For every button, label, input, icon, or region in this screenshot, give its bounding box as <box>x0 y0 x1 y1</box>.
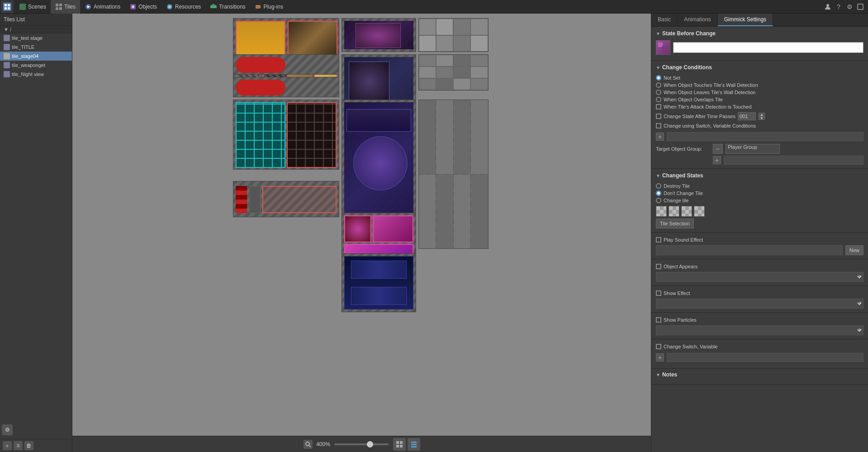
radio-dont-change-tile[interactable]: Don't Change Tile <box>656 190 863 197</box>
time-input[interactable] <box>738 112 756 120</box>
tab-basic[interactable]: Basic <box>651 14 678 26</box>
tile-preview-area <box>656 206 863 217</box>
checkbox-effect-label: Show Effect <box>664 290 690 296</box>
change-switch-section: Change Switch, Variable + <box>651 339 868 369</box>
checkbox-switch-variable[interactable]: Change using Switch, Variable Conditions <box>656 122 863 129</box>
collapse-toggle-2[interactable]: ▼ <box>656 65 660 70</box>
show-particles-dropdown-wrapper <box>656 324 863 335</box>
zoom-search-icon[interactable] <box>304 440 313 449</box>
spinner-down[interactable]: ▼ <box>759 116 765 120</box>
radio-overlaps-tile-label: When Object Overlaps Tile <box>664 97 723 102</box>
radio-leaves-wall-label: When Object Leaves Tile's Wall Detection <box>664 90 755 95</box>
svg-rect-19 <box>259 6 261 8</box>
new-sound-button[interactable]: New <box>845 245 863 255</box>
radio-destroy-circle <box>656 183 661 189</box>
collapse-toggle-notes[interactable]: ▼ <box>656 372 660 377</box>
checkbox-attack-detection[interactable]: When Tile's Attack Detection is Touched <box>656 103 863 110</box>
checkbox-change-switch[interactable]: Change Switch, Variable <box>656 343 863 350</box>
time-control: ▲ ▼ <box>738 112 765 120</box>
list-button[interactable]: ≡ <box>14 441 23 450</box>
svg-rect-1 <box>5 4 7 6</box>
tab-animations[interactable]: Animations <box>678 14 717 26</box>
sidebar-breadcrumb: ▼ / <box>0 26 72 33</box>
object-appears-dropdown[interactable] <box>656 272 863 282</box>
state-preview <box>656 40 863 55</box>
sidebar-item-tile-title[interactable]: tile_TITLE <box>0 43 72 52</box>
show-effect-section: Show Effect <box>651 286 868 313</box>
checkbox-switch-var-box <box>656 344 661 349</box>
checkbox-show-particles[interactable]: Show Particles <box>656 316 863 324</box>
zoom-level: 400% <box>315 441 332 447</box>
switch-input[interactable] <box>667 353 863 362</box>
person-icon[interactable] <box>824 3 832 11</box>
zoom-slider[interactable] <box>334 443 389 445</box>
sidebar-bottom-toolbar: ＋ ≡ 🗑 <box>0 439 72 452</box>
tab-scenes[interactable]: Scenes <box>14 0 51 14</box>
gear-icon-bottom[interactable]: ⚙ <box>2 424 13 435</box>
sound-row: New <box>656 245 863 255</box>
help-icon[interactable]: ? <box>835 3 843 11</box>
checkbox-attack-label: When Tile's Attack Detection is Touched <box>664 104 752 109</box>
radio-change-tile[interactable]: Change tile <box>656 197 863 204</box>
remove-group-button[interactable]: − <box>713 144 723 154</box>
add-switch-button[interactable]: + <box>656 353 664 362</box>
sidebar-item-tile-test-stage[interactable]: tile_test stage <box>0 33 72 43</box>
checkbox-play-sound[interactable]: Play Sound Effect <box>656 236 863 243</box>
group-input[interactable] <box>724 156 863 165</box>
radio-touches-wall-label: When Object Touches Tile's Wall Detectio… <box>664 82 758 88</box>
target-object-group-label: Target Object Group: <box>656 146 710 152</box>
svg-rect-24 <box>396 441 399 444</box>
change-conditions-header: ▼ Change Conditions <box>656 64 863 71</box>
checkbox-time-label: Change State After Time Passes <box>664 114 735 119</box>
tab-objects[interactable]: Objects <box>125 0 161 14</box>
delete-button[interactable]: 🗑 <box>24 441 33 450</box>
condition-input[interactable] <box>667 132 863 141</box>
tile-selection-button[interactable]: Tile Selection <box>656 219 694 228</box>
tab-plugins[interactable]: Plug-ins <box>250 0 288 14</box>
radio-dont-change-circle <box>656 190 661 196</box>
sidebar-item-tile-stage04[interactable]: tile_stage04 <box>0 52 72 61</box>
svg-point-13 <box>132 5 134 8</box>
settings-icon[interactable]: ⚙ <box>845 3 854 11</box>
change-conditions-title: Change Conditions <box>662 64 712 71</box>
object-appears-section: Object Appears <box>651 259 868 286</box>
window-icon[interactable] <box>856 3 864 11</box>
checkbox-show-effect[interactable]: Show Effect <box>656 290 863 297</box>
state-before-change-input[interactable] <box>673 42 863 53</box>
add-group-button[interactable]: + <box>713 156 721 164</box>
radio-not-set-circle <box>656 75 661 81</box>
canvas-area[interactable]: 400% <box>72 14 651 452</box>
change-conditions-section: ▼ Change Conditions Not Set When Object … <box>651 61 868 169</box>
radio-destroy-tile[interactable]: Destroy Tile <box>656 182 863 190</box>
radio-touches-wall[interactable]: When Object Touches Tile's Wall Detectio… <box>656 81 863 89</box>
svg-rect-7 <box>59 4 62 6</box>
checkbox-object-appears[interactable]: Object Appears <box>656 263 863 270</box>
collapse-toggle-3[interactable]: ▼ <box>656 173 660 178</box>
plus-row-conditions: + <box>656 132 863 141</box>
sound-input[interactable] <box>656 245 843 255</box>
tab-tiles[interactable]: Tiles <box>51 0 80 14</box>
add-item-button[interactable]: ＋ <box>3 441 12 450</box>
sidebar-item-tile-night-view[interactable]: tile_Night view <box>0 70 72 79</box>
radio-overlaps-tile[interactable]: When Object Overlaps Tile <box>656 96 863 103</box>
radio-leaves-wall[interactable]: When Object Leaves Tile's Wall Detection <box>656 89 863 96</box>
show-effect-dropdown[interactable] <box>656 299 863 309</box>
collapse-toggle[interactable]: ▼ <box>656 31 660 36</box>
svg-line-23 <box>309 445 311 447</box>
add-condition-button[interactable]: + <box>656 133 664 141</box>
show-particles-dropdown[interactable] <box>656 325 863 335</box>
radio-not-set[interactable]: Not Set <box>656 74 863 81</box>
checkbox-sound-box <box>656 237 661 243</box>
tab-resources[interactable]: Resources <box>161 0 205 14</box>
tab-gimmick-settings[interactable]: Gimmick Settings <box>718 14 773 26</box>
svg-rect-26 <box>396 445 399 447</box>
show-effect-dropdown-wrapper <box>656 297 863 309</box>
tab-animations[interactable]: Animations <box>80 0 125 14</box>
sidebar-item-tile-weaponget[interactable]: tile_weaponget <box>0 61 72 70</box>
main-layout: Tiles List ▼ / tile_test stage tile_TITL… <box>0 14 868 452</box>
checkbox-time-passes[interactable]: Change State After Time Passes ▲ ▼ <box>656 110 863 122</box>
group-select-dropdown[interactable]: Player Group <box>726 144 780 154</box>
layer-view-icon[interactable] <box>408 438 420 451</box>
tab-transitions[interactable]: Transitions <box>205 0 250 14</box>
grid-view-icon[interactable] <box>393 438 406 451</box>
